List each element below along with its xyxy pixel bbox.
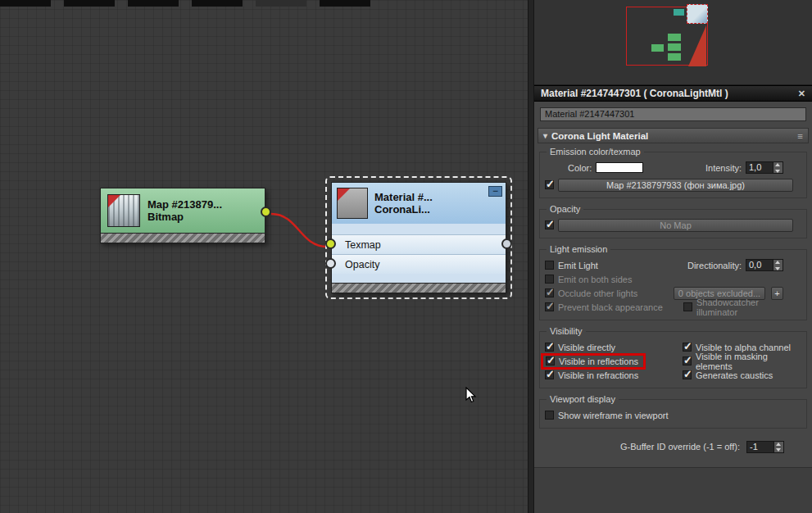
rollout-content: Emission color/texmap Color: Intensity: … bbox=[534, 143, 812, 459]
spinner-arrows[interactable] bbox=[773, 259, 783, 271]
material-thumbnail[interactable] bbox=[337, 188, 368, 219]
visible-directly-checkbox[interactable] bbox=[545, 343, 554, 352]
view-tab[interactable] bbox=[64, 0, 115, 7]
visible-refractions-label: Visible in refractions bbox=[558, 370, 638, 380]
gbuffer-spinner[interactable]: -1 bbox=[746, 441, 784, 453]
material-parameters-panel: Material #2147447301 ( CoronaLightMtl ) … bbox=[534, 0, 812, 513]
masking-elements-checkbox[interactable] bbox=[683, 356, 692, 365]
slot-texmap[interactable]: Texmap bbox=[332, 234, 506, 254]
panel-empty-area bbox=[534, 467, 812, 513]
mini-node bbox=[651, 44, 664, 52]
occlude-lights-checkbox[interactable] bbox=[545, 288, 554, 297]
opacity-map-checkbox[interactable] bbox=[545, 220, 554, 229]
prevent-black-checkbox[interactable] bbox=[545, 302, 554, 311]
directionality-value[interactable]: 0,0 bbox=[746, 259, 773, 271]
slot-opacity[interactable]: Opacity bbox=[332, 254, 506, 274]
visible-reflections-checkbox[interactable] bbox=[546, 356, 555, 365]
selection-outline: Material #... CoronaLi... − Texmap Opaci… bbox=[325, 176, 512, 299]
view-tab[interactable] bbox=[320, 0, 370, 7]
group-emission: Emission color/texmap Color: Intensity: … bbox=[539, 152, 807, 198]
alpha-channel-checkbox[interactable] bbox=[683, 343, 692, 352]
rollout-corona-light-material[interactable]: ▾ Corona Light Material ≡ bbox=[538, 128, 809, 143]
emit-both-sides-checkbox[interactable] bbox=[545, 275, 554, 284]
node-resize-grip[interactable] bbox=[101, 233, 265, 243]
visible-directly-label: Visible directly bbox=[558, 343, 615, 352]
show-wireframe-label: Show wireframe in viewport bbox=[558, 411, 669, 420]
slot-opacity-label: Opacity bbox=[345, 259, 379, 270]
opacity-input-connector[interactable] bbox=[325, 258, 336, 269]
highlight-annotation: Visible in reflections bbox=[541, 353, 646, 370]
spinner-down-icon[interactable] bbox=[773, 168, 783, 174]
texmap-input-connector[interactable] bbox=[325, 238, 336, 249]
slate-material-editor: Map #213879... Bitmap Material #... Coro… bbox=[0, 0, 812, 513]
panel-title: Material #2147447301 ( CoronaLightMtl ) bbox=[541, 88, 728, 99]
group-visibility: Visibility Visible directly Visible in r… bbox=[539, 331, 807, 388]
group-label: Light emission bbox=[547, 244, 610, 254]
emit-light-label: Emit Light bbox=[558, 261, 598, 270]
intensity-value[interactable]: 1,0 bbox=[746, 161, 773, 174]
bitmap-output-connector[interactable] bbox=[261, 207, 271, 217]
material-node-title: Material #... bbox=[374, 191, 433, 203]
panel-splitter[interactable] bbox=[528, 0, 534, 513]
group-light-emission: Light emission Emit Light Emit on both s… bbox=[539, 249, 807, 320]
gbuffer-row: G-Buffer ID override (-1 = off): -1 bbox=[539, 439, 807, 454]
emission-color-swatch[interactable] bbox=[596, 162, 643, 173]
node-body-spacer bbox=[332, 224, 506, 234]
directionality-label: Directionality: bbox=[687, 261, 742, 270]
spinner-arrows[interactable] bbox=[773, 161, 783, 174]
spinner-down-icon[interactable] bbox=[774, 447, 783, 452]
visible-refractions-checkbox[interactable] bbox=[545, 370, 554, 379]
material-node-subtitle: CoronaLi... bbox=[374, 203, 433, 216]
color-label: Color: bbox=[568, 163, 592, 173]
generates-caustics-label: Generates caustics bbox=[696, 370, 773, 380]
mini-node bbox=[668, 53, 681, 61]
view-tab[interactable] bbox=[0, 0, 51, 7]
node-view[interactable]: Map #213879... Bitmap Material #... Coro… bbox=[0, 0, 528, 513]
node-minimize-button[interactable]: − bbox=[488, 186, 502, 197]
navigator-preview[interactable] bbox=[534, 0, 812, 85]
view-tab[interactable] bbox=[192, 0, 243, 7]
generates-caustics-checkbox[interactable] bbox=[683, 370, 692, 379]
intensity-label: Intensity: bbox=[705, 163, 742, 173]
shadowcatcher-checkbox[interactable] bbox=[683, 302, 692, 311]
emit-both-sides-label: Emit on both sides bbox=[558, 275, 633, 284]
emit-light-checkbox[interactable] bbox=[545, 261, 554, 270]
mini-node bbox=[674, 9, 684, 16]
directionality-spinner[interactable]: 0,0 bbox=[746, 259, 783, 271]
spinner-arrows[interactable] bbox=[774, 441, 784, 453]
shadowcatcher-label: Shadowcatcher illuminator bbox=[696, 297, 801, 317]
emission-map-button[interactable]: Map #2138797933 (фон зима.jpg) bbox=[558, 179, 793, 192]
rollout-menu-icon[interactable]: ≡ bbox=[797, 131, 803, 141]
bitmap-node-header[interactable]: Map #213879... Bitmap bbox=[101, 188, 265, 233]
rollout-title: Corona Light Material bbox=[551, 131, 648, 141]
view-tab[interactable] bbox=[128, 0, 179, 7]
group-label: Opacity bbox=[547, 204, 583, 214]
gbuffer-value[interactable]: -1 bbox=[746, 441, 774, 453]
group-label: Emission color/texmap bbox=[547, 147, 644, 157]
collapse-arrow-icon: ▾ bbox=[543, 131, 547, 140]
material-output-connector[interactable] bbox=[501, 238, 512, 249]
material-name-field[interactable]: Material #2147447301 bbox=[540, 107, 806, 121]
material-node-header[interactable]: Material #... CoronaLi... − bbox=[332, 183, 506, 224]
opacity-map-button[interactable]: No Map bbox=[558, 219, 793, 232]
mini-node bbox=[668, 34, 681, 41]
node-corona-light-material[interactable]: Material #... CoronaLi... − Texmap Opaci… bbox=[331, 182, 506, 293]
spinner-down-icon[interactable] bbox=[773, 266, 783, 271]
group-label: Viewport display bbox=[547, 394, 619, 404]
intensity-spinner[interactable]: 1,0 bbox=[746, 161, 783, 174]
emission-map-checkbox[interactable] bbox=[545, 180, 554, 189]
prevent-black-label: Prevent black appearance bbox=[558, 302, 663, 312]
close-icon[interactable]: ✕ bbox=[798, 89, 805, 99]
show-wireframe-checkbox[interactable] bbox=[545, 411, 554, 420]
occlude-lights-label: Occlude other lights bbox=[558, 288, 637, 298]
slot-texmap-label: Texmap bbox=[345, 239, 381, 251]
bitmap-node-title: Map #213879... bbox=[147, 198, 222, 211]
node-bitmap[interactable]: Map #213879... Bitmap bbox=[100, 188, 265, 243]
connection-wire[interactable] bbox=[271, 214, 327, 247]
view-tab[interactable] bbox=[256, 0, 306, 7]
gbuffer-label: G-Buffer ID override (-1 = off): bbox=[620, 442, 740, 452]
panel-titlebar[interactable]: Material #2147447301 ( CoronaLightMtl ) … bbox=[534, 85, 812, 102]
visible-reflections-label: Visible in reflections bbox=[559, 356, 638, 366]
node-resize-grip[interactable] bbox=[332, 283, 506, 293]
bitmap-thumbnail[interactable] bbox=[107, 194, 140, 227]
